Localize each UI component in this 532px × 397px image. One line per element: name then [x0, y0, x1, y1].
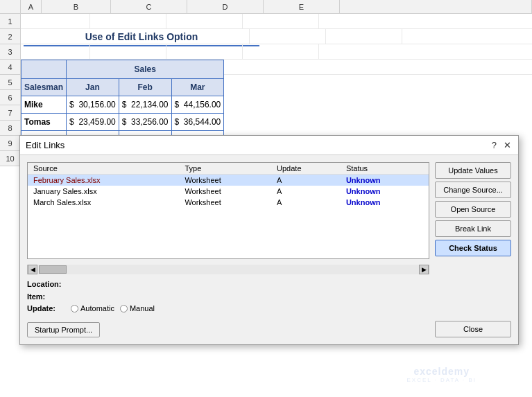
- dialog-info-section: Location: Item: Update: Automatic: [27, 279, 429, 315]
- cell-d1[interactable]: [166, 14, 243, 28]
- th-mar: Mar: [171, 79, 224, 96]
- startup-prompt-button[interactable]: Startup Prompt...: [27, 322, 100, 337]
- watermark-line1: exceldemy: [406, 366, 477, 377]
- row-10: 10: [0, 151, 21, 166]
- link-type-feb: Worksheet: [179, 175, 271, 186]
- watermark: exceldemy EXCEL · DATA · BI: [406, 366, 477, 383]
- table-row: Mike $ 30,156.00 $ 22,134.00 $ 44,156.00: [22, 96, 224, 114]
- update-values-button[interactable]: Update Values: [435, 162, 511, 179]
- cell-mar-mike: $ 44,156.00: [171, 96, 224, 114]
- scroll-track[interactable]: [37, 265, 419, 274]
- col-header-d: D: [187, 0, 264, 13]
- column-headers: A B C D E: [0, 0, 532, 14]
- th-source: Source: [28, 163, 179, 175]
- row-2: 2: [0, 29, 21, 44]
- link-source-mar: March Sales.xlsx: [28, 197, 179, 208]
- update-manual-option[interactable]: Manual: [120, 303, 155, 315]
- cell-d2[interactable]: [250, 29, 326, 44]
- grid-row-2: Use of Edit Links Option: [21, 29, 532, 44]
- horizontal-scrollbar[interactable]: ◀ ▶: [27, 265, 429, 274]
- cell-jan-tomas: $ 23,459.00: [67, 114, 119, 131]
- links-header-row: Source Type Update Status: [28, 163, 429, 175]
- check-status-button[interactable]: Check Status: [435, 240, 511, 256]
- scroll-left-button[interactable]: ◀: [28, 265, 37, 274]
- automatic-label: Automatic: [80, 303, 114, 315]
- open-source-button[interactable]: Open Source: [435, 201, 511, 218]
- table-col-headers: Salesman Jan Feb Mar: [22, 79, 224, 96]
- edit-links-dialog[interactable]: Edit Links ? ✕ Source Type Update: [19, 135, 519, 345]
- col-header-rest: [340, 0, 532, 13]
- th-sales: Sales: [67, 60, 224, 79]
- row-8: 8: [0, 121, 21, 136]
- link-source-feb: February Sales.xlsx: [28, 175, 179, 186]
- break-link-button[interactable]: Break Link: [435, 220, 511, 237]
- cell-c1[interactable]: [90, 14, 166, 28]
- dialog-help-button[interactable]: ?: [490, 141, 498, 150]
- cell-feb-tomas: $ 33,256.00: [119, 114, 171, 131]
- links-table-container[interactable]: Source Type Update Status February Sales…: [27, 162, 429, 259]
- th-status: Status: [341, 163, 429, 175]
- cell-feb-mike: $ 22,134.00: [119, 96, 171, 114]
- link-type-jan: Worksheet: [179, 186, 271, 197]
- th-type: Type: [179, 163, 271, 175]
- link-row-mar[interactable]: March Sales.xlsx Worksheet A Unknown: [28, 197, 429, 208]
- dialog-controls: ? ✕: [490, 141, 513, 150]
- row-5: 5: [0, 75, 21, 90]
- link-row-jan[interactable]: January Sales.xlsx Worksheet A Unknown: [28, 186, 429, 197]
- update-label: Update:: [27, 303, 65, 315]
- link-update-mar: A: [271, 197, 341, 208]
- watermark-line2: EXCEL · DATA · BI: [406, 377, 477, 383]
- table-container: Sales Salesman Jan Feb Mar Mike $ 30,156…: [21, 60, 90, 74]
- cell-c3[interactable]: [90, 44, 166, 59]
- cell-e3[interactable]: [243, 44, 319, 59]
- scroll-thumb[interactable]: [39, 265, 67, 274]
- item-row: Item:: [27, 291, 429, 303]
- dialog-close-button[interactable]: ✕: [502, 141, 513, 150]
- update-row: Update: Automatic Manual: [27, 303, 429, 315]
- col-header-a: A: [21, 0, 42, 13]
- cell-b3[interactable]: [21, 44, 90, 59]
- cell-e2[interactable]: [326, 29, 402, 44]
- grid-row-3: [21, 44, 532, 60]
- cell-name-mike: Mike: [22, 96, 67, 114]
- links-table-header: Source Type Update Status: [28, 163, 429, 175]
- link-status-feb: Unknown: [341, 175, 429, 186]
- dialog-right-section: Update Values Change Source... Open Sour…: [435, 162, 511, 337]
- row-3: 3: [0, 44, 21, 60]
- link-row-feb[interactable]: February Sales.xlsx Worksheet A Unknown: [28, 175, 429, 186]
- cell-e1[interactable]: [243, 14, 319, 28]
- th-salesman: [22, 60, 67, 79]
- grid-row-4: Sales Salesman Jan Feb Mar Mike $ 30,156…: [21, 60, 532, 75]
- automatic-radio[interactable]: [71, 305, 78, 312]
- cell-mar-tomas: $ 36,544.00: [171, 114, 224, 131]
- row-headers: 1 2 3 4 5 6 7 8 9 10: [0, 14, 21, 166]
- link-type-mar: Worksheet: [179, 197, 271, 208]
- startup-section: Startup Prompt...: [27, 319, 429, 337]
- link-status-mar: Unknown: [341, 197, 429, 208]
- cell-d3[interactable]: [166, 44, 243, 59]
- cell-jan-mike: $ 30,156.00: [67, 96, 119, 114]
- location-label: Location:: [27, 279, 65, 291]
- change-source-button[interactable]: Change Source...: [435, 182, 511, 198]
- row-1: 1: [0, 14, 21, 29]
- cell-b1[interactable]: [21, 14, 90, 28]
- th-salesman-col: Salesman: [22, 79, 67, 96]
- link-status-jan: Unknown: [341, 186, 429, 197]
- dialog-body: Source Type Update Status February Sales…: [20, 155, 518, 344]
- link-update-jan: A: [271, 186, 341, 197]
- cell-name-tomas: Tomas: [22, 114, 67, 131]
- scroll-right-button[interactable]: ▶: [419, 265, 429, 274]
- col-header-c: C: [111, 0, 187, 13]
- dialog-left-section: Source Type Update Status February Sales…: [27, 162, 429, 337]
- grid-row-1: [21, 14, 532, 29]
- table-header-row-sales: Sales: [22, 60, 224, 79]
- dialog-titlebar: Edit Links ? ✕: [20, 136, 518, 155]
- close-button[interactable]: Close: [435, 321, 511, 337]
- dialog-title: Edit Links: [26, 140, 65, 150]
- manual-radio[interactable]: [120, 305, 128, 312]
- update-automatic-option[interactable]: Automatic: [71, 303, 114, 315]
- col-header-b: B: [42, 0, 111, 13]
- th-jan: Jan: [67, 79, 119, 96]
- location-row: Location:: [27, 279, 429, 291]
- cell-title: Use of Edit Links Option: [21, 29, 250, 44]
